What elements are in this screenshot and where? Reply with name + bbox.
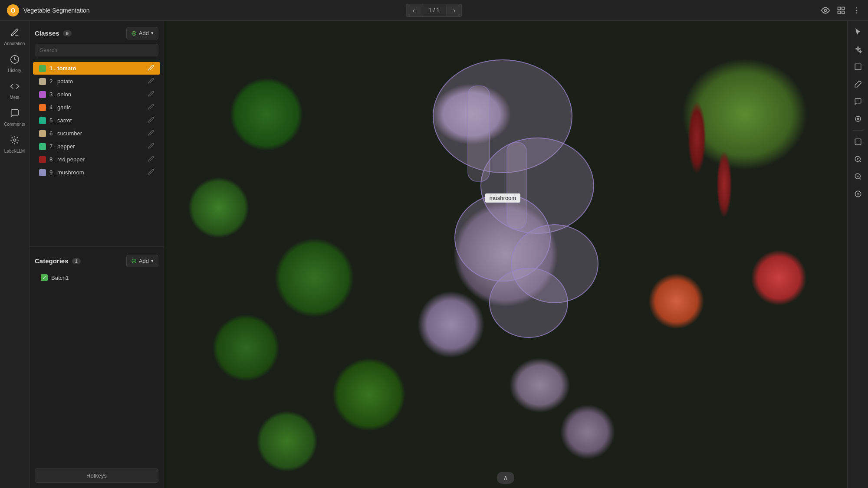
history-label: History — [8, 68, 21, 73]
svg-point-19 — [857, 118, 858, 120]
svg-rect-17 — [855, 64, 861, 70]
edit-icon-potato[interactable] — [148, 78, 154, 85]
class-item-red pepper[interactable]: 8 . red pepper — [33, 153, 160, 166]
class-item-carrot[interactable]: 5 . carrot — [33, 114, 160, 127]
annotation-icon — [10, 28, 20, 39]
class-name-cucumber: 6 . cucumber — [49, 130, 145, 137]
edit-icon-pepper[interactable] — [148, 143, 154, 150]
batch-label: Batch1 — [51, 275, 69, 281]
classes-title: Classes 9 — [35, 29, 72, 37]
annotation-label: Annotation — [4, 41, 25, 46]
batch-item[interactable]: ✓ Batch1 — [35, 272, 158, 284]
left-sidebar: Annotation History Meta — [0, 21, 30, 488]
svg-point-0 — [825, 9, 827, 11]
svg-point-5 — [856, 7, 858, 8]
class-item-potato[interactable]: 2 . potato — [33, 75, 160, 88]
nav-counter: 1 / 1 — [421, 4, 446, 17]
zoom-in-button[interactable] — [850, 151, 866, 167]
sidebar-item-history[interactable]: History — [3, 51, 27, 76]
class-name-garlic: 4 . garlic — [49, 104, 145, 111]
svg-rect-2 — [842, 7, 845, 10]
color-swatch-onion — [39, 91, 46, 98]
right-toolbar-divider — [853, 130, 863, 131]
comments-label: Comments — [4, 122, 25, 127]
color-swatch-potato — [39, 78, 46, 85]
class-name-red pepper: 8 . red pepper — [49, 156, 145, 163]
meta-label: Meta — [10, 95, 19, 100]
add-category-chevron-icon: ▾ — [151, 258, 154, 264]
classes-panel: Classes 9 ⊕ Add ▾ 1 . tomato 2 . potato — [30, 21, 164, 488]
right-toolbar — [847, 21, 868, 488]
svg-rect-3 — [838, 11, 841, 13]
edit-icon-garlic[interactable] — [148, 104, 154, 111]
class-item-mushroom[interactable]: 9 . mushroom — [33, 166, 160, 179]
edit-icon-cucumber[interactable] — [148, 130, 154, 137]
label-llm-label: Label-LLM — [4, 149, 25, 154]
panel-divider — [30, 246, 164, 247]
grid-icon[interactable] — [837, 6, 845, 15]
add-class-plus-icon: ⊕ — [131, 29, 137, 37]
topbar: O Vegetable Segmentation ‹ 1 / 1 › — [0, 0, 868, 21]
class-name-potato: 2 . potato — [49, 78, 145, 85]
eye-icon[interactable] — [821, 6, 830, 15]
search-input[interactable] — [35, 44, 158, 56]
cursor-tool-button[interactable] — [850, 24, 866, 40]
class-item-cucumber[interactable]: 6 . cucumber — [33, 127, 160, 140]
svg-rect-20 — [855, 139, 861, 145]
class-item-onion[interactable]: 3 . onion — [33, 88, 160, 101]
categories-section: Categories 1 ⊕ Add ▾ ✓ Batch1 — [30, 250, 164, 289]
svg-line-26 — [859, 178, 861, 179]
sidebar-item-annotation[interactable]: Annotation — [3, 24, 27, 49]
circle-tool-button[interactable] — [850, 111, 866, 127]
comments-icon — [10, 108, 20, 120]
edit-icon-carrot[interactable] — [148, 117, 154, 124]
class-name-carrot: 5 . carrot — [49, 117, 145, 124]
add-class-button[interactable]: ⊕ Add ▾ — [126, 27, 158, 39]
hotkeys-button[interactable]: Hotkeys — [35, 468, 158, 483]
zoom-reset-button[interactable] — [850, 186, 866, 202]
canvas-image — [164, 21, 847, 488]
edit-icon-red pepper[interactable] — [148, 156, 154, 163]
more-icon[interactable] — [852, 6, 861, 15]
nav-next-button[interactable]: › — [447, 4, 462, 17]
app-title: Vegetable Segmentation — [23, 7, 90, 14]
svg-point-6 — [856, 10, 858, 11]
classes-list: 1 . tomato 2 . potato 3 . onion 4 . garl… — [30, 60, 164, 243]
color-swatch-mushroom — [39, 169, 46, 176]
sidebar-item-comments[interactable]: Comments — [3, 105, 27, 130]
sidebar-item-label-llm[interactable]: Label-LLM — [3, 132, 27, 157]
nav-prev-button[interactable]: ‹ — [406, 4, 421, 17]
zoom-out-button[interactable] — [850, 169, 866, 184]
sparkle-tool-button[interactable] — [850, 42, 866, 57]
class-name-tomato: 1 . tomato — [49, 65, 145, 72]
nav-controls: ‹ 1 / 1 › — [406, 4, 462, 17]
label-llm-icon — [10, 135, 20, 147]
canvas-area[interactable]: mushroom ∧ — [164, 21, 847, 488]
class-item-tomato[interactable]: 1 . tomato — [33, 62, 160, 75]
class-item-pepper[interactable]: 7 . pepper — [33, 140, 160, 153]
classes-count: 9 — [63, 30, 72, 36]
edit-icon-onion[interactable] — [148, 91, 154, 98]
svg-point-9 — [13, 139, 16, 141]
add-category-plus-icon: ⊕ — [131, 257, 137, 265]
scroll-indicator[interactable]: ∧ — [497, 472, 514, 484]
color-swatch-tomato — [39, 65, 46, 72]
sidebar-item-meta[interactable]: Meta — [3, 78, 27, 103]
meta-icon — [10, 82, 20, 93]
brush-tool-button[interactable] — [850, 76, 866, 92]
svg-point-7 — [856, 12, 858, 13]
edit-icon-tomato[interactable] — [148, 65, 154, 72]
class-name-onion: 3 . onion — [49, 91, 145, 98]
rect-tool-button[interactable] — [850, 134, 866, 150]
batch-checkbox[interactable]: ✓ — [41, 274, 48, 281]
categories-header: Categories 1 ⊕ Add ▾ — [35, 255, 158, 267]
chat-tool-button[interactable] — [850, 94, 866, 109]
class-item-garlic[interactable]: 4 . garlic — [33, 101, 160, 114]
crop-tool-button[interactable] — [850, 59, 866, 75]
add-category-button[interactable]: ⊕ Add ▾ — [126, 255, 158, 267]
categories-count: 1 — [72, 258, 81, 264]
add-class-chevron-icon: ▾ — [151, 30, 154, 36]
class-name-pepper: 7 . pepper — [49, 143, 145, 150]
classes-header: Classes 9 ⊕ Add ▾ — [35, 27, 158, 39]
edit-icon-mushroom[interactable] — [148, 169, 154, 176]
